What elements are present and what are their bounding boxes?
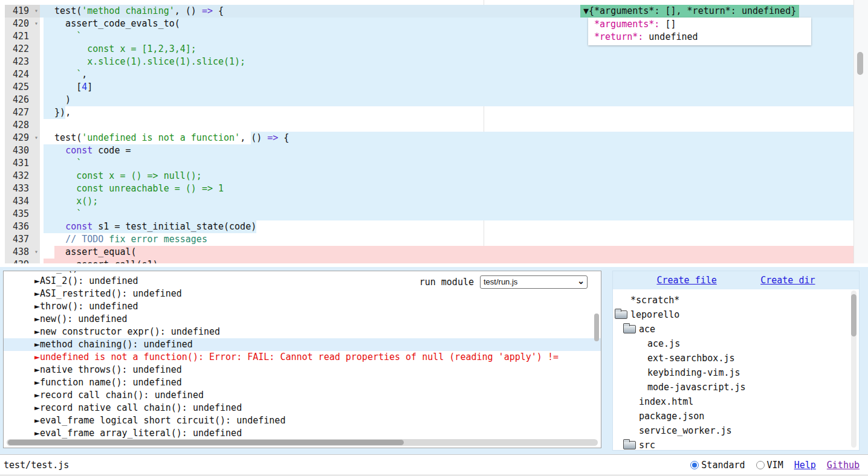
gutter-line-number[interactable]: 422 — [0, 43, 40, 56]
gutter-line-number[interactable]: 426 — [0, 94, 40, 106]
create-file-link[interactable]: Create file — [656, 275, 716, 286]
code-line[interactable]: x(); — [40, 195, 853, 208]
test-result-row[interactable]: ►function name(): undefined — [4, 376, 601, 389]
gutter-line-number[interactable]: 431 — [0, 157, 40, 170]
test-result-row[interactable]: ►record call chain(): undefined — [4, 389, 601, 402]
editor-line[interactable]: 433 const unreachable = () => 1 — [0, 182, 853, 195]
test-result-row[interactable]: ►throw(): undefined — [4, 300, 601, 313]
tooltip-row[interactable]: *return*: undefined — [594, 31, 811, 43]
code-line[interactable]: `, — [40, 68, 853, 81]
code-line[interactable]: [4] — [40, 81, 853, 94]
test-results-panel[interactable]: ►ASI_1(): undefined►ASI_2(): undefined►A… — [3, 271, 601, 448]
tree-item-file[interactable]: mode-javascript.js — [613, 380, 859, 394]
gutter-line-number[interactable]: 427 — [0, 106, 40, 119]
radio-unselected-icon[interactable] — [756, 461, 765, 469]
editor-scrollbar[interactable] — [853, 0, 868, 263]
editor-line[interactable]: 423 x.slice(1).slice(1).slice(1); — [0, 56, 853, 68]
tree-item-file[interactable]: ace.js — [613, 336, 859, 351]
results-vertical-scrollbar[interactable] — [594, 314, 599, 341]
code-line[interactable]: x.slice(1).slice(1).slice(1); — [40, 56, 853, 68]
fold-arrow-icon[interactable]: ▾ — [34, 131, 38, 144]
tree-item-file[interactable]: keybinding-vim.js — [613, 365, 859, 380]
code-line[interactable]: const x = () => null(); — [40, 170, 853, 182]
editor-line[interactable]: 427 }), — [0, 106, 853, 119]
gutter-line-number[interactable]: 439 — [0, 259, 40, 263]
results-horizontal-scrollbar[interactable] — [7, 439, 598, 446]
editor-line[interactable]: 428 — [0, 119, 853, 132]
gutter-line-number[interactable]: 421 — [0, 30, 40, 43]
tree-item-file[interactable]: service_worker.js — [613, 423, 859, 438]
code-line[interactable]: const s1 = test_initial_state(code) — [40, 220, 853, 233]
editor-scrollbar-thumb[interactable] — [857, 52, 863, 75]
test-result-row[interactable]: ►native throws(): undefined — [4, 364, 601, 376]
gutter-line-number[interactable]: 420▾ — [0, 18, 40, 30]
test-result-row[interactable]: ►new(): undefined — [4, 313, 601, 326]
code-line[interactable]: ` — [40, 208, 853, 220]
tree-item-file[interactable]: *scratch* — [613, 293, 859, 307]
code-line[interactable] — [40, 119, 853, 132]
test-result-row[interactable]: ►eval_frame array_literal(): undefined — [4, 427, 601, 440]
gutter-line-number[interactable]: 433 — [0, 182, 40, 195]
editor-line[interactable]: 429▾ test('undefined is not a function',… — [0, 132, 853, 144]
code-line[interactable]: assert_call(s1) — [40, 259, 853, 263]
help-link[interactable]: Help — [794, 460, 816, 471]
create-dir-link[interactable]: Create dir — [760, 275, 815, 286]
gutter-line-number[interactable]: 435 — [0, 208, 40, 220]
gutter-line-number[interactable]: 437 — [0, 233, 40, 246]
code-line[interactable]: test('undefined is not a function', () =… — [40, 132, 853, 144]
editor-line[interactable]: 430 const code = — [0, 144, 853, 157]
gutter-line-number[interactable]: 429▾ — [0, 132, 40, 144]
tree-item-file[interactable]: index.html — [613, 394, 859, 409]
radio-selected-icon[interactable] — [690, 461, 699, 469]
fold-arrow-icon[interactable]: ▾ — [34, 17, 38, 30]
github-link[interactable]: Github — [827, 460, 860, 471]
tree-item-file[interactable]: package.json — [613, 409, 859, 423]
editor-line[interactable]: 434 x(); — [0, 195, 853, 208]
keybinding-vim-radio[interactable]: VIM — [756, 460, 783, 471]
editor-line[interactable]: 436 const s1 = test_initial_state(code) — [0, 220, 853, 233]
editor-line[interactable]: 424 `, — [0, 68, 853, 81]
tree-item-folder[interactable]: src — [613, 438, 859, 451]
run-module-select[interactable]: test/run.js ⌄ — [480, 275, 588, 289]
test-result-row[interactable]: ►ASI_restrited(): undefined — [4, 288, 601, 300]
code-line[interactable]: }), — [40, 106, 853, 119]
tree-item-folder[interactable]: leporello — [613, 307, 859, 322]
gutter-line-number[interactable]: 438▾ — [0, 246, 40, 259]
test-result-row[interactable]: ►new constructor expr(): undefined — [4, 326, 601, 338]
fold-arrow-icon[interactable]: ▾ — [34, 4, 38, 17]
gutter-line-number[interactable]: 419▾ — [0, 5, 40, 18]
editor-line[interactable]: 431 ` — [0, 157, 853, 170]
gutter-line-number[interactable]: 428 — [0, 119, 40, 132]
editor-line[interactable]: 426 ) — [0, 94, 853, 106]
test-result-row[interactable]: ►method chaining(): undefined — [4, 338, 601, 351]
code-line[interactable]: // TODO fix error messages — [40, 233, 853, 246]
test-result-row[interactable]: ►ASI_1(): undefined — [4, 271, 601, 275]
gutter-line-number[interactable]: 430 — [0, 144, 40, 157]
fold-arrow-icon[interactable]: ▾ — [34, 245, 38, 258]
tooltip-row[interactable]: *arguments*: [] — [594, 18, 811, 31]
editor-line[interactable]: 425 [4] — [0, 81, 853, 94]
code-line[interactable]: ` — [40, 157, 853, 170]
gutter-line-number[interactable]: 436 — [0, 220, 40, 233]
editor-line[interactable]: 438▾ assert_equal( — [0, 246, 853, 259]
files-scrollbar-thumb[interactable] — [851, 294, 857, 336]
test-result-row[interactable]: ►eval_frame logical short circuit(): und… — [4, 414, 601, 427]
value-tooltip-header[interactable]: ▼{*arguments*: [], *return*: undefined} — [580, 5, 799, 18]
code-line[interactable]: ) — [40, 94, 853, 106]
tree-item-folder[interactable]: ace — [613, 322, 859, 336]
editor-line[interactable]: 432 const x = () => null(); — [0, 170, 853, 182]
code-line[interactable]: const unreachable = () => 1 — [40, 182, 853, 195]
tree-item-file[interactable]: ext-searchbox.js — [613, 351, 859, 365]
gutter-line-number[interactable]: 425 — [0, 81, 40, 94]
gutter-line-number[interactable]: 434 — [0, 195, 40, 208]
code-line[interactable]: const code = — [40, 144, 853, 157]
editor-line[interactable]: 435 ` — [0, 208, 853, 220]
editor-line[interactable]: 439 assert_call(s1) — [0, 259, 853, 263]
editor-line[interactable]: 437 // TODO fix error messages — [0, 233, 853, 246]
code-line[interactable]: assert_equal( — [40, 246, 853, 259]
keybinding-standard-radio[interactable]: Standard — [690, 460, 745, 471]
gutter-line-number[interactable]: 423 — [0, 56, 40, 68]
test-result-row[interactable]: ►record native call chain(): undefined — [4, 402, 601, 414]
test-result-row[interactable]: ►undefined is not a function(): Error: F… — [4, 351, 601, 364]
gutter-line-number[interactable]: 424 — [0, 68, 40, 81]
